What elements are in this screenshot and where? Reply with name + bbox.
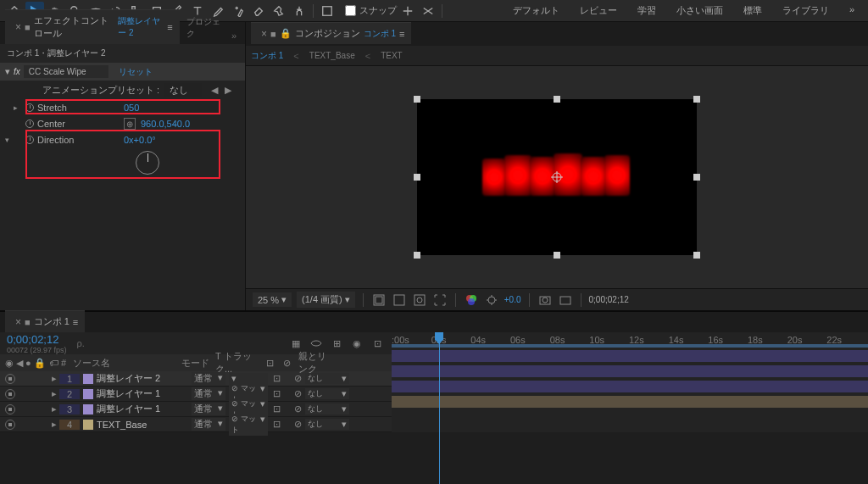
twirl-down-icon[interactable]: ▾ xyxy=(5,66,10,77)
layer-name[interactable]: TEXT_Base xyxy=(97,420,192,430)
visibility-toggle[interactable] xyxy=(5,374,15,384)
snapshot-icon[interactable] xyxy=(537,292,553,308)
layer-duration-bar[interactable] xyxy=(392,395,868,409)
timeline-track-area[interactable]: :00s02s04s06s08s10s12s14s16s18s20s22s xyxy=(392,332,868,432)
preset-next-icon[interactable]: ▶ xyxy=(225,85,231,96)
layer-color-swatch[interactable] xyxy=(83,420,93,430)
subtab-textbase[interactable]: TEXT_Base xyxy=(309,51,355,60)
label-col-icon[interactable]: 🏷 xyxy=(49,358,58,368)
preserve-transparency-icon[interactable]: ⊡ xyxy=(268,403,285,414)
layer-color-swatch[interactable] xyxy=(83,404,93,414)
current-time[interactable]: 0;00;02;12 xyxy=(0,333,67,346)
mode-header[interactable]: モード xyxy=(181,357,215,370)
resize-handle[interactable] xyxy=(693,252,700,259)
grid-icon[interactable] xyxy=(392,292,407,308)
layer-duration-bar[interactable] xyxy=(392,349,868,363)
twirl-right-icon[interactable]: ▸ xyxy=(49,388,59,399)
layer-name[interactable]: 調整レイヤー 2 xyxy=(97,372,192,385)
comp-name-link[interactable]: コンポ 1 xyxy=(364,28,396,40)
timeline-search[interactable]: ρ. xyxy=(77,338,85,348)
stopwatch-icon[interactable] xyxy=(25,136,34,144)
exposure-value[interactable]: +0.0 xyxy=(504,295,521,304)
timeline-layer-row[interactable]: ▸3調整レイヤー 1通常▾⊘ マット▾⊡⊘なし▾ xyxy=(0,402,392,417)
resize-handle[interactable] xyxy=(554,252,560,259)
current-time-indicator[interactable] xyxy=(439,332,440,484)
eye-col-icon[interactable]: ◉ xyxy=(5,358,14,369)
roto-tool[interactable] xyxy=(270,2,288,20)
parent-header[interactable]: 親とリンク xyxy=(298,350,334,376)
subtab-text[interactable]: TEXT xyxy=(381,51,403,60)
effect-controls-tab[interactable]: × ■ エフェクトコントロール 調整レイヤー 2 ≡ xyxy=(5,9,180,44)
workspace-small[interactable]: 小さい画面 xyxy=(668,1,732,20)
source-name-header[interactable]: ソース名 xyxy=(73,357,181,370)
track-matte-dropdown[interactable]: ⊘ マット▾ xyxy=(229,414,268,436)
exposure-reset-icon[interactable] xyxy=(484,292,499,308)
blend-mode-dropdown[interactable]: 通常▾ xyxy=(192,387,225,400)
snap-opt1-icon[interactable] xyxy=(398,2,417,20)
motion-blur-icon[interactable]: ◉ xyxy=(349,336,364,351)
parent-dropdown[interactable]: なし▾ xyxy=(305,419,349,430)
preserve-transparency-icon[interactable]: ⊡ xyxy=(268,373,285,384)
resize-handle[interactable] xyxy=(414,174,420,181)
close-icon[interactable]: × xyxy=(12,316,21,328)
anchor-point-icon[interactable] xyxy=(551,171,563,183)
timeline-layer-row[interactable]: ▸1調整レイヤー 2通常▾▾⊡⊘なし▾ xyxy=(0,371,392,387)
timeline-tab[interactable]: × ■ コンポ 1 ≡ xyxy=(5,310,85,332)
blend-mode-dropdown[interactable]: 通常▾ xyxy=(192,372,225,385)
channel-icon[interactable] xyxy=(464,292,479,308)
effect-name[interactable]: CC Scale Wipe xyxy=(24,65,108,78)
layer-color-swatch[interactable] xyxy=(83,389,93,399)
pickwhip-icon[interactable]: ⊘ xyxy=(290,388,305,399)
lock-icon[interactable]: 🔒 xyxy=(280,28,292,39)
center-target-icon[interactable]: ⊕ xyxy=(124,118,136,130)
visibility-toggle[interactable] xyxy=(5,389,15,399)
lock-col-icon[interactable]: 🔒 xyxy=(34,358,46,369)
resize-handle[interactable] xyxy=(414,252,420,259)
toggle-a-icon[interactable] xyxy=(318,2,337,20)
parent-dropdown[interactable]: なし▾ xyxy=(305,373,349,384)
show-snapshot-icon[interactable] xyxy=(558,292,573,308)
timeline-layer-row[interactable]: ▸2調整レイヤー 1通常▾⊘ マット▾⊡⊘なし▾ xyxy=(0,387,392,402)
direction-value[interactable]: 0x+0.0° xyxy=(124,135,156,145)
timeline-layer-row[interactable]: ▸4TEXT_Base通常▾⊘ マット▾⊡⊘なし▾ xyxy=(0,417,392,432)
blend-mode-dropdown[interactable]: 通常▾ xyxy=(192,418,225,431)
parent-dropdown[interactable]: なし▾ xyxy=(305,388,349,399)
twirl-down-icon[interactable]: ▾ xyxy=(5,136,9,144)
twirl-right-icon[interactable]: ▸ xyxy=(49,403,59,414)
workspace-default[interactable]: デフォルト xyxy=(504,1,568,20)
layer-duration-bar[interactable] xyxy=(392,364,868,378)
twirl-right-icon[interactable]: ▸ xyxy=(49,373,59,384)
stopwatch-icon[interactable] xyxy=(25,103,34,112)
preview-timecode[interactable]: 0;00;02;12 xyxy=(589,295,629,304)
composition-canvas[interactable] xyxy=(417,99,697,255)
link-col-icon[interactable]: ⊘ xyxy=(283,358,298,369)
twirl-right-icon[interactable]: ▸ xyxy=(49,419,59,430)
layer-name[interactable]: 調整レイヤー 1 xyxy=(97,387,192,400)
viewport[interactable] xyxy=(246,66,868,288)
stopwatch-icon[interactable] xyxy=(25,120,34,128)
close-icon[interactable]: × xyxy=(258,28,267,40)
audio-col-icon[interactable]: ◀ xyxy=(16,358,23,369)
reset-button[interactable]: リセット xyxy=(119,66,153,78)
subtab-comp[interactable]: コンポ 1 xyxy=(251,50,283,62)
snap-checkbox[interactable]: スナップ xyxy=(345,4,397,17)
blend-mode-dropdown[interactable]: 通常▾ xyxy=(192,403,225,415)
parent-dropdown[interactable]: なし▾ xyxy=(305,403,349,414)
preserve-transparency-icon[interactable]: ⊡ xyxy=(268,388,285,399)
resolution-dropdown[interactable]: (1/4 画質) ▾ xyxy=(297,292,355,308)
eraser-tool[interactable] xyxy=(249,2,268,20)
resize-handle[interactable] xyxy=(554,96,560,103)
frame-blend-icon[interactable]: ⊞ xyxy=(329,336,344,351)
comp-viewer-tab[interactable]: × ■ 🔒 コンポジション コンポ 1 ≡ xyxy=(251,22,411,44)
mask-vis-icon[interactable] xyxy=(412,292,427,308)
layer-link[interactable]: 調整レイヤー 2 xyxy=(118,15,164,39)
pickwhip-icon[interactable]: ⊘ xyxy=(290,419,305,430)
snap-opt2-icon[interactable] xyxy=(419,2,437,20)
switches-icon[interactable]: ⊡ xyxy=(266,358,283,369)
visibility-toggle[interactable] xyxy=(5,420,15,430)
preserve-transparency-icon[interactable]: ⊡ xyxy=(268,419,285,430)
shy-icon[interactable] xyxy=(309,336,324,351)
resize-handle[interactable] xyxy=(693,96,700,103)
layer-color-swatch[interactable] xyxy=(83,374,93,384)
workspace-library[interactable]: ライブラリ xyxy=(774,1,837,20)
